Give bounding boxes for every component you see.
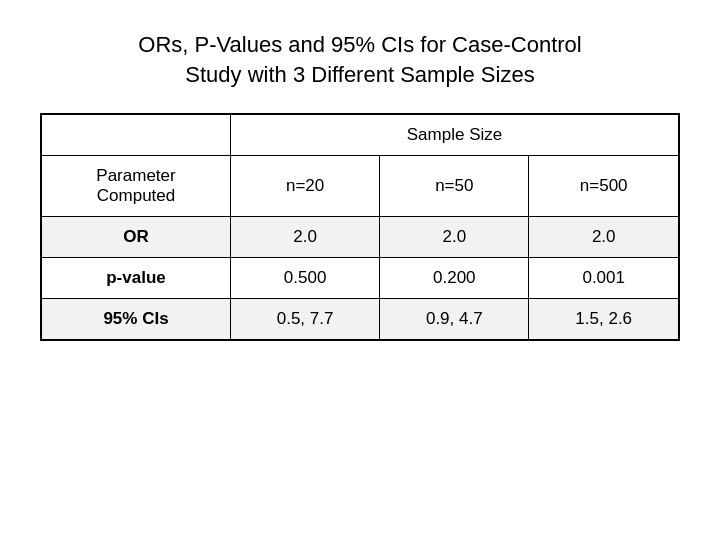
header-row-1: Sample Size [41,114,679,156]
data-cell-0-2: 2.0 [529,217,679,258]
data-cell-1-1: 0.200 [380,258,529,299]
empty-header-cell [41,114,231,156]
page-title: ORs, P-Values and 95% CIs for Case-Contr… [138,30,581,89]
data-cell-2-1: 0.9, 4.7 [380,299,529,341]
row-label-2: 95% CIs [41,299,231,341]
row-label-1: p-value [41,258,231,299]
row-label-0: OR [41,217,231,258]
table-row: OR2.02.02.0 [41,217,679,258]
header-row-2: ParameterComputed n=20 n=50 n=500 [41,156,679,217]
col-header-n50: n=50 [380,156,529,217]
data-cell-0-0: 2.0 [231,217,380,258]
table-row: p-value0.5000.2000.001 [41,258,679,299]
data-cell-1-2: 0.001 [529,258,679,299]
col-header-n500: n=500 [529,156,679,217]
table-wrapper: Sample Size ParameterComputed n=20 n=50 … [40,113,680,341]
data-cell-2-0: 0.5, 7.7 [231,299,380,341]
title-container: ORs, P-Values and 95% CIs for Case-Contr… [138,30,581,89]
title-line2: Study with 3 Different Sample Sizes [185,62,534,87]
title-line1: ORs, P-Values and 95% CIs for Case-Contr… [138,32,581,57]
sample-size-header: Sample Size [231,114,680,156]
data-cell-0-1: 2.0 [380,217,529,258]
table-row: 95% CIs0.5, 7.70.9, 4.71.5, 2.6 [41,299,679,341]
data-cell-1-0: 0.500 [231,258,380,299]
col-header-n20: n=20 [231,156,380,217]
parameter-computed-header: ParameterComputed [41,156,231,217]
data-cell-2-2: 1.5, 2.6 [529,299,679,341]
data-table: Sample Size ParameterComputed n=20 n=50 … [40,113,680,341]
